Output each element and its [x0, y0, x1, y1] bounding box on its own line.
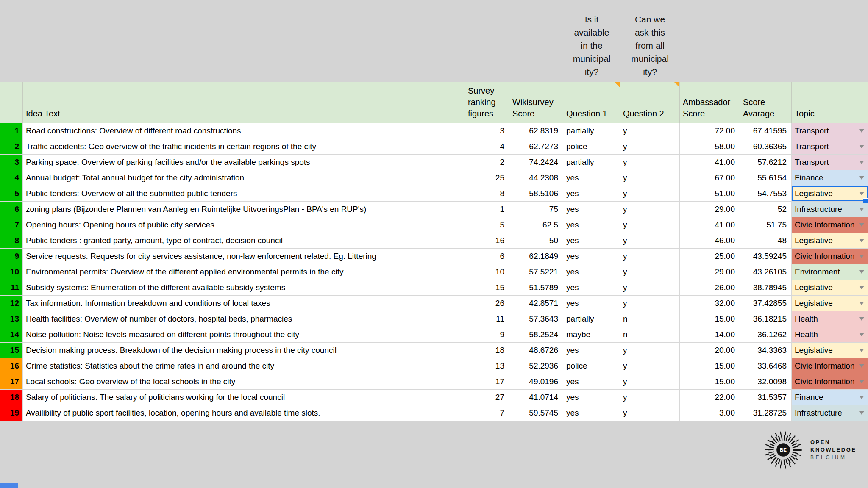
ambassador-score-cell[interactable]: 14.00: [680, 327, 740, 343]
ambassador-score-cell[interactable]: 15.00: [680, 374, 740, 390]
topic-dropdown-arrow-icon[interactable]: [859, 208, 864, 211]
topic-dropdown-arrow-icon[interactable]: [859, 255, 864, 258]
row-number-cell[interactable]: 8: [0, 233, 23, 249]
survey-ranking-cell[interactable]: 18: [465, 343, 509, 358]
topic-cell[interactable]: Infrastructure: [792, 405, 868, 421]
score-average-cell[interactable]: 32.0098: [740, 374, 792, 390]
ambassador-score-cell[interactable]: 22.00: [680, 390, 740, 405]
topic-dropdown-arrow-icon[interactable]: [859, 349, 864, 352]
wikisurvey-score-cell[interactable]: 62.1849: [509, 249, 563, 264]
score-average-cell[interactable]: 31.28725: [740, 405, 792, 421]
row-number-cell[interactable]: 18: [0, 390, 23, 405]
row-number-cell[interactable]: 1: [0, 123, 23, 139]
topic-cell[interactable]: Infrastructure: [792, 202, 868, 217]
question1-overflow-text[interactable]: Is it available in the municipal ity?: [563, 13, 620, 78]
survey-ranking-cell[interactable]: 9: [465, 327, 509, 343]
survey-ranking-cell[interactable]: 1: [465, 202, 509, 217]
idea-text-cell[interactable]: Annual budget: Total annual budget for t…: [23, 170, 465, 186]
wikisurvey-score-cell[interactable]: 58.2524: [509, 327, 563, 343]
row-number-cell[interactable]: 2: [0, 139, 23, 155]
survey-ranking-cell[interactable]: 10: [465, 264, 509, 280]
row-number-cell[interactable]: 7: [0, 217, 23, 233]
question2-cell[interactable]: y: [620, 343, 680, 358]
survey-ranking-cell[interactable]: 27: [465, 390, 509, 405]
header-cell-topic[interactable]: Topic: [792, 82, 868, 123]
topic-cell[interactable]: Legislative: [792, 343, 868, 358]
header-cell-question-1[interactable]: Question 1: [563, 82, 620, 123]
idea-text-cell[interactable]: Opening hours: Opening hours of public c…: [23, 217, 465, 233]
topic-cell[interactable]: Legislative: [792, 186, 868, 202]
wikisurvey-score-cell[interactable]: 62.7273: [509, 139, 563, 155]
ambassador-score-cell[interactable]: 41.00: [680, 155, 740, 170]
score-average-cell[interactable]: 38.78945: [740, 280, 792, 296]
idea-text-cell[interactable]: Environmental permits: Overview of the d…: [23, 264, 465, 280]
score-average-cell[interactable]: 51.75: [740, 217, 792, 233]
score-average-cell[interactable]: 34.3363: [740, 343, 792, 358]
row-number-cell[interactable]: 4: [0, 170, 23, 186]
question1-cell[interactable]: yes: [563, 217, 620, 233]
topic-cell[interactable]: Health: [792, 311, 868, 327]
topic-cell[interactable]: Civic Information: [792, 374, 868, 390]
wikisurvey-score-cell[interactable]: 51.5789: [509, 280, 563, 296]
row-number-cell[interactable]: 3: [0, 155, 23, 170]
row-number-cell[interactable]: 19: [0, 405, 23, 421]
ambassador-score-cell[interactable]: 46.00: [680, 233, 740, 249]
score-average-cell[interactable]: 60.36365: [740, 139, 792, 155]
idea-text-cell[interactable]: Public tenders : granted party, amount, …: [23, 233, 465, 249]
idea-text-cell[interactable]: Availibility of public sport facilities,…: [23, 405, 465, 421]
survey-ranking-cell[interactable]: 17: [465, 374, 509, 390]
ambassador-score-cell[interactable]: 29.00: [680, 264, 740, 280]
topic-cell[interactable]: Health: [792, 327, 868, 343]
question1-cell[interactable]: yes: [563, 264, 620, 280]
topic-cell[interactable]: Environment: [792, 264, 868, 280]
score-average-cell[interactable]: 54.7553: [740, 186, 792, 202]
question2-cell[interactable]: n: [620, 311, 680, 327]
question1-cell[interactable]: yes: [563, 343, 620, 358]
header-cell-idea-text[interactable]: Idea Text: [23, 82, 465, 123]
idea-text-cell[interactable]: Tax information: Information breakdown a…: [23, 296, 465, 311]
ambassador-score-cell[interactable]: 15.00: [680, 311, 740, 327]
row-number-cell[interactable]: 17: [0, 374, 23, 390]
question1-cell[interactable]: police: [563, 358, 620, 374]
idea-text-cell[interactable]: Parking space: Overview of parking facil…: [23, 155, 465, 170]
ambassador-score-cell[interactable]: 25.00: [680, 249, 740, 264]
topic-dropdown-arrow-icon[interactable]: [859, 317, 864, 321]
score-average-cell[interactable]: 36.1262: [740, 327, 792, 343]
topic-cell[interactable]: Transport: [792, 155, 868, 170]
header-corner-cell[interactable]: [0, 82, 23, 123]
idea-text-cell[interactable]: Decision making process: Breakdown of th…: [23, 343, 465, 358]
question2-cell[interactable]: y: [620, 296, 680, 311]
question1-cell[interactable]: partially: [563, 123, 620, 139]
question2-cell[interactable]: y: [620, 170, 680, 186]
idea-text-cell[interactable]: Crime statistics: Statistics about the c…: [23, 358, 465, 374]
header-cell-wikisurvey-score[interactable]: Wikisurvey Score: [509, 82, 563, 123]
question2-cell[interactable]: y: [620, 358, 680, 374]
score-average-cell[interactable]: 48: [740, 233, 792, 249]
question1-cell[interactable]: partially: [563, 311, 620, 327]
topic-cell[interactable]: Finance: [792, 390, 868, 405]
wikisurvey-score-cell[interactable]: 59.5745: [509, 405, 563, 421]
topic-dropdown-arrow-icon[interactable]: [859, 192, 864, 195]
ambassador-score-cell[interactable]: 3.00: [680, 405, 740, 421]
row-number-cell[interactable]: 12: [0, 296, 23, 311]
ambassador-score-cell[interactable]: 32.00: [680, 296, 740, 311]
question1-cell[interactable]: yes: [563, 390, 620, 405]
question2-cell[interactable]: y: [620, 139, 680, 155]
topic-dropdown-arrow-icon[interactable]: [859, 364, 864, 368]
ambassador-score-cell[interactable]: 72.00: [680, 123, 740, 139]
wikisurvey-score-cell[interactable]: 49.0196: [509, 374, 563, 390]
question1-cell[interactable]: yes: [563, 186, 620, 202]
wikisurvey-score-cell[interactable]: 62.8319: [509, 123, 563, 139]
topic-dropdown-arrow-icon[interactable]: [859, 161, 864, 164]
idea-text-cell[interactable]: Salary of politicians: The salary of pol…: [23, 390, 465, 405]
topic-cell[interactable]: Legislative: [792, 233, 868, 249]
question2-cell[interactable]: n: [620, 327, 680, 343]
question1-cell[interactable]: yes: [563, 405, 620, 421]
question1-cell[interactable]: yes: [563, 374, 620, 390]
row-number-cell[interactable]: 14: [0, 327, 23, 343]
question2-cell[interactable]: y: [620, 217, 680, 233]
header-cell-score-avarage[interactable]: Score Avarage: [740, 82, 792, 123]
question1-cell[interactable]: yes: [563, 280, 620, 296]
wikisurvey-score-cell[interactable]: 50: [509, 233, 563, 249]
survey-ranking-cell[interactable]: 2: [465, 155, 509, 170]
